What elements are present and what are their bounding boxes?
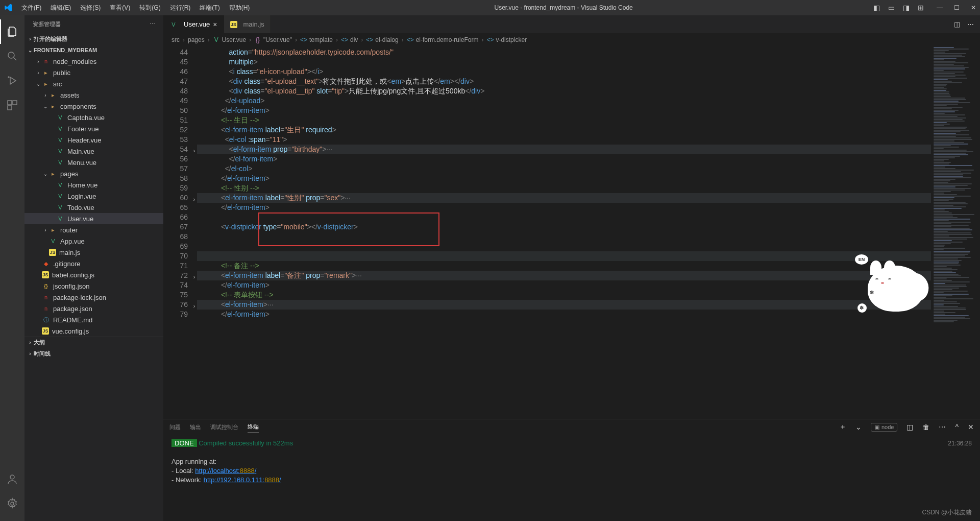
breadcrumb-item[interactable]: VUser.vue xyxy=(213,36,246,43)
split-editor-icon[interactable]: ◫ xyxy=(954,20,960,28)
trash-icon[interactable]: 🗑 xyxy=(922,423,929,431)
maximize-button[interactable]: ☐ xyxy=(954,4,960,11)
file-item[interactable]: VHeader.vue xyxy=(24,134,163,146)
code-line[interactable]: <el-form-item label="性别" prop="sex">··· xyxy=(197,193,931,203)
file-item[interactable]: npackage-lock.json xyxy=(24,292,163,303)
folder-item[interactable]: ⌄▸pages xyxy=(24,168,163,179)
code-line[interactable]: <el-col :span="11"> xyxy=(197,135,931,145)
close-tab-icon[interactable]: × xyxy=(213,20,217,29)
panel-bottom-icon[interactable]: ▭ xyxy=(888,4,895,12)
code-line[interactable]: <div class="el-upload__text">将文件拖到此处，或<e… xyxy=(197,77,931,86)
menu-item[interactable]: 运行(R) xyxy=(166,2,195,14)
code-line[interactable] xyxy=(197,232,931,242)
file-item[interactable]: VUser.vue xyxy=(24,213,163,224)
terminal-output[interactable]: 21:36:28 DONE Compiled successfully in 5… xyxy=(163,435,980,521)
code-line[interactable]: <div class="el-upload__tip" slot="tip">只… xyxy=(197,86,931,96)
fold-icon[interactable]: › xyxy=(193,301,195,311)
menu-item[interactable]: 帮助(H) xyxy=(225,2,254,14)
file-item[interactable]: VMenu.vue xyxy=(24,157,163,168)
sidebar-more-icon[interactable]: ⋯ xyxy=(150,21,155,28)
code-line[interactable]: </el-form-item> xyxy=(197,154,931,164)
file-item[interactable]: JSmain.js xyxy=(24,247,163,258)
file-item[interactable]: ◆.gitignore xyxy=(24,258,163,269)
file-item[interactable]: npackage.json xyxy=(24,303,163,314)
menu-item[interactable]: 转到(G) xyxy=(135,2,164,14)
minimize-button[interactable]: — xyxy=(937,4,943,11)
code-editor[interactable]: 4445464748495051525354›5657585960›656667… xyxy=(163,46,980,419)
more-icon[interactable]: ⋯ xyxy=(939,423,946,431)
close-panel-icon[interactable]: ✕ xyxy=(968,423,974,431)
folder-item[interactable]: ⌄▸src xyxy=(24,78,163,89)
breadcrumb-item[interactable]: <>v-distpicker xyxy=(486,36,527,43)
breadcrumb-item[interactable]: src xyxy=(172,36,180,43)
code-line[interactable] xyxy=(197,242,931,251)
code-line[interactable]: </el-form-item> xyxy=(197,280,931,290)
code-line[interactable] xyxy=(197,212,931,222)
panel-left-icon[interactable]: ◧ xyxy=(873,4,880,12)
open-editors-section[interactable]: › 打开的编辑器 xyxy=(24,33,163,44)
file-item[interactable]: VTodo.vue xyxy=(24,202,163,213)
maximize-panel-icon[interactable]: ^ xyxy=(955,423,959,431)
menu-item[interactable]: 编辑(E) xyxy=(46,2,75,14)
code-line[interactable]: action="https://jsonplaceholder.typicode… xyxy=(197,48,931,57)
file-item[interactable]: VHome.vue xyxy=(24,179,163,191)
file-item[interactable]: {}jsconfig.json xyxy=(24,280,163,292)
layout-grid-icon[interactable]: ⊞ xyxy=(918,4,924,12)
code-line[interactable]: multiple> xyxy=(197,57,931,67)
file-item[interactable]: VFooter.vue xyxy=(24,123,163,134)
menu-item[interactable]: 查看(V) xyxy=(106,2,134,14)
code-line[interactable]: <el-form-item>··· xyxy=(197,300,931,310)
folder-item[interactable]: ›nnode_modules xyxy=(24,56,163,67)
file-item[interactable]: VCaptcha.vue xyxy=(24,112,163,123)
file-item[interactable]: VApp.vue xyxy=(24,235,163,247)
file-item[interactable]: VLogin.vue xyxy=(24,191,163,202)
file-item[interactable]: JSvue.config.js xyxy=(24,325,163,337)
breadcrumb-item[interactable]: <>template xyxy=(300,36,333,43)
terminal-dropdown-icon[interactable]: ⌄ xyxy=(855,423,862,431)
editor-tab[interactable]: JSmain.js xyxy=(224,15,271,33)
accounts-activity[interactable] xyxy=(0,467,24,491)
code-line[interactable]: </el-form-item> xyxy=(197,106,931,115)
code-line[interactable]: <!-- 生日 --> xyxy=(197,115,931,125)
code-content[interactable]: action="https://jsonplaceholder.typicode… xyxy=(197,46,931,419)
new-terminal-icon[interactable]: ＋ xyxy=(839,422,846,432)
folder-item[interactable]: ›▸assets xyxy=(24,89,163,101)
breadcrumb-item[interactable]: {}"User.vue" xyxy=(254,36,292,43)
menu-item[interactable]: 终端(T) xyxy=(195,2,224,14)
file-item[interactable]: VMain.vue xyxy=(24,146,163,157)
breadcrumb-item[interactable]: <>el-form.demo-ruleForm xyxy=(407,36,479,43)
panel-tab[interactable]: 调试控制台 xyxy=(210,421,238,433)
search-activity[interactable] xyxy=(0,44,24,68)
breadcrumbs[interactable]: src›pages›VUser.vue›{}"User.vue"›<>templ… xyxy=(163,33,980,46)
split-terminal-icon[interactable]: ◫ xyxy=(906,423,913,431)
code-line[interactable]: </el-form-item> xyxy=(197,310,931,319)
panel-tab[interactable]: 终端 xyxy=(248,421,259,433)
code-line[interactable]: <v-distpicker type="mobile"></v-distpick… xyxy=(197,222,931,232)
code-line[interactable]: <el-form-item label="生日" required> xyxy=(197,125,931,135)
panel-tab[interactable]: 输出 xyxy=(190,421,201,433)
more-actions-icon[interactable]: ⋯ xyxy=(967,20,974,28)
folder-item[interactable]: ›▸public xyxy=(24,67,163,78)
breadcrumb-item[interactable]: <>div xyxy=(341,36,358,43)
file-item[interactable]: ⓘREADME.md xyxy=(24,314,163,325)
fold-icon[interactable]: › xyxy=(193,272,195,282)
code-line[interactable]: </el-col> xyxy=(197,164,931,174)
file-item[interactable]: JSbabel.config.js xyxy=(24,269,163,280)
breadcrumb-item[interactable]: pages xyxy=(188,36,205,43)
editor-tab[interactable]: VUser.vue× xyxy=(163,15,224,33)
settings-activity[interactable] xyxy=(0,491,24,516)
close-button[interactable]: ✕ xyxy=(971,4,976,11)
code-line[interactable]: </el-form-item> xyxy=(197,174,931,183)
panel-right-icon[interactable]: ◨ xyxy=(903,4,910,12)
breadcrumb-item[interactable]: <>el-dialog xyxy=(366,36,398,43)
minimap[interactable] xyxy=(931,46,980,419)
code-line[interactable]: <i class="el-icon-upload"></i> xyxy=(197,67,931,77)
code-line[interactable]: <!-- 性别 --> xyxy=(197,183,931,193)
code-line[interactable]: <el-form-item label="备注" prop="remark">·… xyxy=(197,271,931,280)
run-debug-activity[interactable] xyxy=(0,68,24,93)
menu-item[interactable]: 选择(S) xyxy=(76,2,105,14)
terminal-selector[interactable]: ▣ node xyxy=(871,423,897,432)
menu-item[interactable]: 文件(F) xyxy=(17,2,45,14)
code-line[interactable]: <!-- 表单按钮 --> xyxy=(197,290,931,300)
outline-section[interactable]: › 大纲 xyxy=(24,337,163,348)
